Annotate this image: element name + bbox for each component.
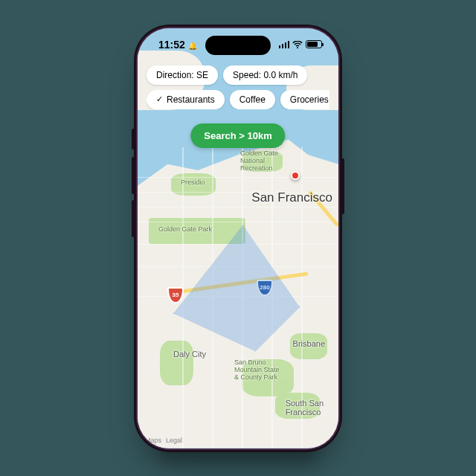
app-screen: 11:52 🔔 35 280 Sausalito Angel Island Sa… [138, 28, 338, 448]
map-attribution: Maps Legal [145, 437, 182, 444]
status-time: 11:52 🔔 [158, 39, 197, 51]
phone-frame: 11:52 🔔 35 280 Sausalito Angel Island Sa… [134, 25, 342, 452]
park-label: Golden Gate Park [158, 225, 212, 233]
park-label: San Bruno Mountain State & County Park [234, 358, 280, 381]
city-label: San Francisco [251, 190, 332, 205]
direction-pill[interactable]: Direction: SE [147, 65, 218, 85]
maps-logo[interactable]: Maps [145, 437, 161, 444]
search-button[interactable]: Search > 10km [190, 123, 285, 148]
speed-pill[interactable]: Speed: 0.0 km/h [223, 65, 307, 85]
category-chip[interactable]: Groceries [280, 90, 329, 109]
place-label: Daly City [173, 350, 206, 358]
battery-icon [306, 40, 322, 48]
park-label: Golden Gate National Recreation [240, 149, 278, 172]
cellular-icon [279, 41, 290, 48]
park-label: Presidio [181, 178, 205, 186]
category-chip[interactable]: Restaurants [147, 90, 225, 109]
category-chips[interactable]: RestaurantsCoffeeGroceriesCh [147, 90, 329, 109]
location-pin-icon[interactable] [291, 171, 300, 180]
place-label: South San Francisco [286, 399, 324, 416]
wifi-icon [292, 41, 303, 48]
legal-link[interactable]: Legal [166, 437, 182, 444]
dynamic-island [205, 36, 271, 55]
place-label: Brisbane [293, 339, 325, 348]
category-chip[interactable]: Coffee [230, 90, 275, 109]
